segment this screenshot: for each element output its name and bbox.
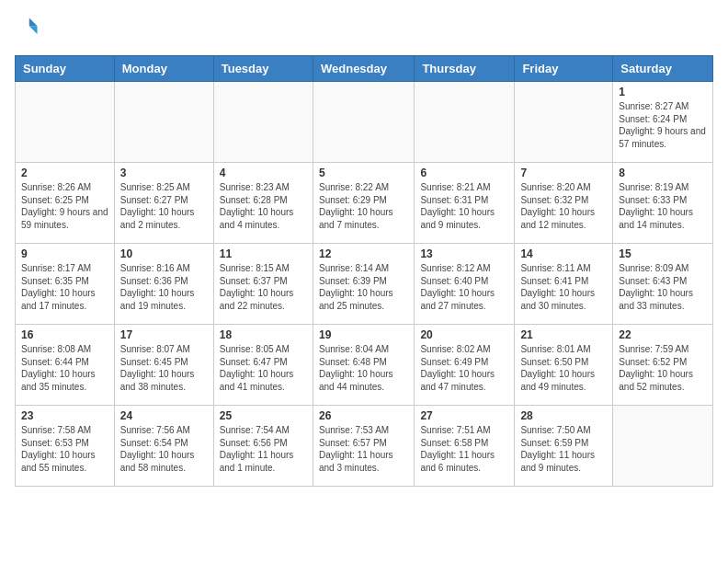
calendar-cell: 17Sunrise: 8:07 AM Sunset: 6:45 PM Dayli… <box>114 325 213 406</box>
weekday-header-friday: Friday <box>515 56 613 82</box>
day-info: Sunrise: 8:11 AM Sunset: 6:41 PM Dayligh… <box>520 262 607 312</box>
weekday-header-wednesday: Wednesday <box>313 56 414 82</box>
calendar-cell: 26Sunrise: 7:53 AM Sunset: 6:57 PM Dayli… <box>313 406 414 487</box>
day-info: Sunrise: 8:25 AM Sunset: 6:27 PM Dayligh… <box>120 181 208 231</box>
day-info: Sunrise: 7:56 AM Sunset: 6:54 PM Dayligh… <box>120 424 208 474</box>
day-info: Sunrise: 8:27 AM Sunset: 6:24 PM Dayligh… <box>619 100 707 150</box>
day-info: Sunrise: 8:15 AM Sunset: 6:37 PM Dayligh… <box>220 262 307 312</box>
calendar-cell <box>213 82 313 163</box>
day-info: Sunrise: 8:14 AM Sunset: 6:39 PM Dayligh… <box>319 262 408 312</box>
day-number: 10 <box>120 247 208 260</box>
day-info: Sunrise: 8:16 AM Sunset: 6:36 PM Dayligh… <box>120 262 208 312</box>
calendar-cell <box>16 82 115 163</box>
calendar-cell <box>515 82 613 163</box>
calendar-cell: 22Sunrise: 7:59 AM Sunset: 6:52 PM Dayli… <box>613 325 713 406</box>
calendar-cell: 2Sunrise: 8:26 AM Sunset: 6:25 PM Daylig… <box>16 163 115 244</box>
weekday-header-thursday: Thursday <box>415 56 515 82</box>
calendar-cell: 28Sunrise: 7:50 AM Sunset: 6:59 PM Dayli… <box>515 406 613 487</box>
calendar-cell: 4Sunrise: 8:23 AM Sunset: 6:28 PM Daylig… <box>213 163 313 244</box>
day-info: Sunrise: 8:09 AM Sunset: 6:43 PM Dayligh… <box>619 262 707 312</box>
day-number: 25 <box>220 409 307 422</box>
day-info: Sunrise: 7:53 AM Sunset: 6:57 PM Dayligh… <box>319 424 408 474</box>
day-number: 17 <box>120 328 208 341</box>
weekday-header-tuesday: Tuesday <box>213 56 313 82</box>
day-number: 7 <box>520 167 607 179</box>
day-info: Sunrise: 8:26 AM Sunset: 6:25 PM Dayligh… <box>21 181 108 231</box>
calendar-table: SundayMondayTuesdayWednesdayThursdayFrid… <box>15 55 713 487</box>
day-number: 1 <box>619 86 707 98</box>
calendar-cell: 19Sunrise: 8:04 AM Sunset: 6:48 PM Dayli… <box>313 325 414 406</box>
weekday-header-monday: Monday <box>114 56 213 82</box>
day-number: 13 <box>420 247 508 260</box>
day-number: 11 <box>220 247 307 260</box>
day-info: Sunrise: 8:01 AM Sunset: 6:50 PM Dayligh… <box>520 343 607 393</box>
day-number: 20 <box>420 328 508 341</box>
calendar-cell: 5Sunrise: 8:22 AM Sunset: 6:29 PM Daylig… <box>313 163 414 244</box>
day-info: Sunrise: 8:19 AM Sunset: 6:33 PM Dayligh… <box>619 181 707 231</box>
calendar-cell: 21Sunrise: 8:01 AM Sunset: 6:50 PM Dayli… <box>515 325 613 406</box>
day-number: 22 <box>619 328 707 341</box>
day-info: Sunrise: 8:21 AM Sunset: 6:31 PM Dayligh… <box>420 181 508 231</box>
day-info: Sunrise: 8:17 AM Sunset: 6:35 PM Dayligh… <box>21 262 108 312</box>
calendar-cell: 14Sunrise: 8:11 AM Sunset: 6:41 PM Dayli… <box>515 244 613 325</box>
calendar-cell: 8Sunrise: 8:19 AM Sunset: 6:33 PM Daylig… <box>613 163 713 244</box>
day-number: 6 <box>420 167 508 179</box>
day-info: Sunrise: 7:51 AM Sunset: 6:58 PM Dayligh… <box>420 424 508 474</box>
calendar-cell: 25Sunrise: 7:54 AM Sunset: 6:56 PM Dayli… <box>213 406 313 487</box>
day-info: Sunrise: 8:08 AM Sunset: 6:44 PM Dayligh… <box>21 343 108 393</box>
day-number: 4 <box>220 167 307 179</box>
day-number: 2 <box>21 167 108 179</box>
calendar-cell: 1Sunrise: 8:27 AM Sunset: 6:24 PM Daylig… <box>613 82 713 163</box>
day-number: 21 <box>520 328 607 341</box>
day-info: Sunrise: 7:59 AM Sunset: 6:52 PM Dayligh… <box>619 343 707 393</box>
day-number: 26 <box>319 409 408 422</box>
day-number: 12 <box>319 247 408 260</box>
day-number: 23 <box>21 409 108 422</box>
calendar-cell: 18Sunrise: 8:05 AM Sunset: 6:47 PM Dayli… <box>213 325 313 406</box>
day-number: 16 <box>21 328 108 341</box>
day-info: Sunrise: 7:58 AM Sunset: 6:53 PM Dayligh… <box>21 424 108 474</box>
calendar-cell <box>313 82 414 163</box>
calendar-cell: 23Sunrise: 7:58 AM Sunset: 6:53 PM Dayli… <box>16 406 115 487</box>
day-number: 9 <box>21 247 108 260</box>
day-info: Sunrise: 8:05 AM Sunset: 6:47 PM Dayligh… <box>220 343 307 393</box>
day-info: Sunrise: 8:12 AM Sunset: 6:40 PM Dayligh… <box>420 262 508 312</box>
calendar-cell: 20Sunrise: 8:02 AM Sunset: 6:49 PM Dayli… <box>415 325 515 406</box>
day-info: Sunrise: 7:54 AM Sunset: 6:56 PM Dayligh… <box>220 424 307 474</box>
day-number: 8 <box>619 167 707 179</box>
day-number: 19 <box>319 328 408 341</box>
calendar-cell: 27Sunrise: 7:51 AM Sunset: 6:58 PM Dayli… <box>415 406 515 487</box>
day-info: Sunrise: 8:23 AM Sunset: 6:28 PM Dayligh… <box>220 181 307 231</box>
day-info: Sunrise: 8:20 AM Sunset: 6:32 PM Dayligh… <box>520 181 607 231</box>
calendar-cell: 12Sunrise: 8:14 AM Sunset: 6:39 PM Dayli… <box>313 244 414 325</box>
calendar-cell: 15Sunrise: 8:09 AM Sunset: 6:43 PM Dayli… <box>613 244 713 325</box>
day-info: Sunrise: 7:50 AM Sunset: 6:59 PM Dayligh… <box>520 424 607 474</box>
calendar-cell <box>613 406 713 487</box>
logo-icon <box>15 15 40 40</box>
day-number: 18 <box>220 328 307 341</box>
day-number: 5 <box>319 167 408 179</box>
day-number: 27 <box>420 409 508 422</box>
calendar-cell: 24Sunrise: 7:56 AM Sunset: 6:54 PM Dayli… <box>114 406 213 487</box>
logo <box>15 15 44 40</box>
calendar-cell: 10Sunrise: 8:16 AM Sunset: 6:36 PM Dayli… <box>114 244 213 325</box>
day-info: Sunrise: 8:02 AM Sunset: 6:49 PM Dayligh… <box>420 343 508 393</box>
calendar-cell <box>114 82 213 163</box>
weekday-header-sunday: Sunday <box>16 56 115 82</box>
day-number: 24 <box>120 409 208 422</box>
day-number: 14 <box>520 247 607 260</box>
day-number: 28 <box>520 409 607 422</box>
calendar-cell <box>415 82 515 163</box>
day-number: 15 <box>619 247 707 260</box>
calendar-cell: 6Sunrise: 8:21 AM Sunset: 6:31 PM Daylig… <box>415 163 515 244</box>
day-info: Sunrise: 8:22 AM Sunset: 6:29 PM Dayligh… <box>319 181 408 231</box>
calendar-cell: 7Sunrise: 8:20 AM Sunset: 6:32 PM Daylig… <box>515 163 613 244</box>
day-number: 3 <box>120 167 208 179</box>
calendar-cell: 9Sunrise: 8:17 AM Sunset: 6:35 PM Daylig… <box>16 244 115 325</box>
calendar-cell: 16Sunrise: 8:08 AM Sunset: 6:44 PM Dayli… <box>16 325 115 406</box>
day-info: Sunrise: 8:04 AM Sunset: 6:48 PM Dayligh… <box>319 343 408 393</box>
calendar-cell: 13Sunrise: 8:12 AM Sunset: 6:40 PM Dayli… <box>415 244 515 325</box>
day-info: Sunrise: 8:07 AM Sunset: 6:45 PM Dayligh… <box>120 343 208 393</box>
weekday-header-saturday: Saturday <box>613 56 713 82</box>
calendar-cell: 11Sunrise: 8:15 AM Sunset: 6:37 PM Dayli… <box>213 244 313 325</box>
